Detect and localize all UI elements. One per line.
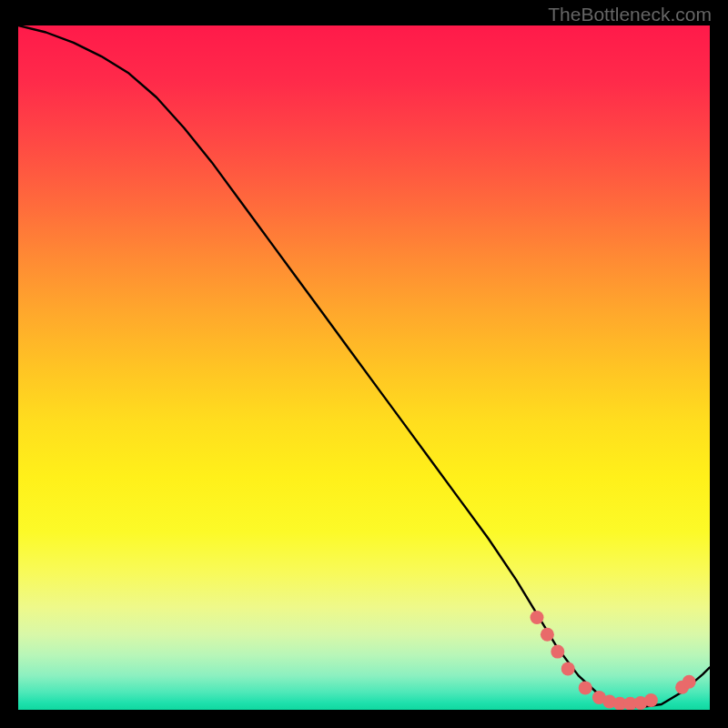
chart-marker <box>682 675 696 689</box>
chart-curve <box>18 25 710 707</box>
chart-marker <box>541 628 554 642</box>
chart-curve-layer <box>18 25 710 710</box>
chart-marker <box>579 681 592 694</box>
chart-marker <box>561 662 575 675</box>
chart-markers <box>531 611 696 710</box>
chart-marker <box>531 611 544 624</box>
chart-marker <box>551 645 564 659</box>
chart-marker <box>644 693 658 707</box>
chart-plot-area <box>18 25 710 710</box>
watermark-text: TheBottleneck.com <box>548 4 712 25</box>
